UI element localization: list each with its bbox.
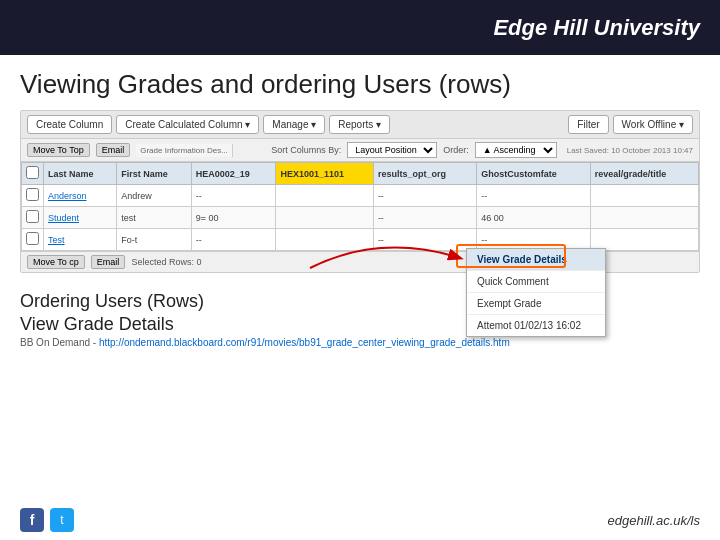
selected-rows-label: Selected Rows: 0 xyxy=(131,257,201,267)
row-check-2[interactable] xyxy=(22,207,44,229)
col2-1 xyxy=(276,185,373,207)
col4-1: -- xyxy=(477,185,590,207)
twitter-icon[interactable]: t xyxy=(50,508,74,532)
last-name-1[interactable]: Anderson xyxy=(44,185,117,207)
col2-2 xyxy=(276,207,373,229)
footer-url: edgehill.ac.uk/ls xyxy=(608,513,701,528)
bottom-section: Ordering Users (Rows) View Grade Details… xyxy=(0,283,720,348)
table-row: Anderson Andrew -- -- -- xyxy=(22,185,699,207)
row-check-1[interactable] xyxy=(22,185,44,207)
order-label: Order: xyxy=(443,145,469,155)
move-to-top-button[interactable]: Move To Top xyxy=(27,143,90,157)
page-title: Viewing Grades and ordering Users (rows) xyxy=(20,69,700,100)
row-check-3[interactable] xyxy=(22,229,44,251)
bb-url-link[interactable]: http://ondemand.blackboard.com/r91/movie… xyxy=(99,337,510,348)
footer-icons: f t xyxy=(20,508,74,532)
last-name-3[interactable]: Test xyxy=(44,229,117,251)
context-menu-attempt[interactable]: Attemot 01/02/13 16:02 xyxy=(467,315,605,336)
toolbar: Create Column Create Calculated Column M… xyxy=(21,111,699,139)
col3-1: -- xyxy=(373,185,476,207)
facebook-icon[interactable]: f xyxy=(20,508,44,532)
sort-row: Move To Top Email Grade Information Des.… xyxy=(21,139,699,162)
bb-prefix: BB On Demand - xyxy=(20,337,99,348)
first-name-3: Fo-t xyxy=(117,229,192,251)
col1-3: -- xyxy=(191,229,276,251)
create-column-button[interactable]: Create Column xyxy=(27,115,112,134)
table-row: Student test 9= 00 -- 46 00 xyxy=(22,207,699,229)
grade-info-label: Grade Information Des... xyxy=(136,144,233,157)
filter-label: Filter xyxy=(568,115,608,134)
last-saved-label: Last Saved: 10 October 2013 10:47 xyxy=(567,146,693,155)
arrow-annotation xyxy=(300,228,480,282)
email-bottom-button[interactable]: Email xyxy=(91,255,126,269)
sort-by-label: Sort Columns By: xyxy=(271,145,341,155)
move-bottom-button[interactable]: Move To cp xyxy=(27,255,85,269)
col4-2: 46 00 xyxy=(477,207,590,229)
col5-1 xyxy=(590,185,698,207)
col-hex-highlighted[interactable]: HEX1001_1101 xyxy=(276,163,373,185)
last-name-2[interactable]: Student xyxy=(44,207,117,229)
col1-1: -- xyxy=(191,185,276,207)
select-all-checkbox[interactable] xyxy=(26,166,39,179)
context-menu-view-grade[interactable]: View Grade Details xyxy=(467,249,605,271)
col-reveal[interactable]: reveal/grade/title xyxy=(590,163,698,185)
bb-link-row: BB On Demand - http://ondemand.blackboar… xyxy=(20,337,700,348)
footer: f t edgehill.ac.uk/ls xyxy=(0,508,720,532)
col5-3 xyxy=(590,229,698,251)
col-hea[interactable]: HEA0002_19 xyxy=(191,163,276,185)
col3-2: -- xyxy=(373,207,476,229)
first-name-2: test xyxy=(117,207,192,229)
header-bar: Edge Hill University xyxy=(0,0,720,55)
manage-button[interactable]: Manage xyxy=(263,115,325,134)
col-first-name: First Name xyxy=(117,163,192,185)
col-results[interactable]: results_opt_org xyxy=(373,163,476,185)
context-menu-exempt-grade[interactable]: Exempt Grade xyxy=(467,293,605,315)
col-check[interactable] xyxy=(22,163,44,185)
work-offline-button[interactable]: Work Offline xyxy=(613,115,693,134)
reports-button[interactable]: Reports xyxy=(329,115,390,134)
sort-by-select[interactable]: Layout Position xyxy=(347,142,437,158)
email-button[interactable]: Email xyxy=(96,143,131,157)
create-calculated-column-button[interactable]: Create Calculated Column xyxy=(116,115,259,134)
first-name-1: Andrew xyxy=(117,185,192,207)
context-menu: View Grade Details Quick Comment Exempt … xyxy=(466,248,606,337)
col1-2: 9= 00 xyxy=(191,207,276,229)
col-last-name: Last Name xyxy=(44,163,117,185)
col-ghost[interactable]: GhostCustomfate xyxy=(477,163,590,185)
context-menu-quick-comment[interactable]: Quick Comment xyxy=(467,271,605,293)
col5-2 xyxy=(590,207,698,229)
order-select[interactable]: ▲ Ascending xyxy=(475,142,557,158)
university-title: Edge Hill University xyxy=(493,15,700,41)
